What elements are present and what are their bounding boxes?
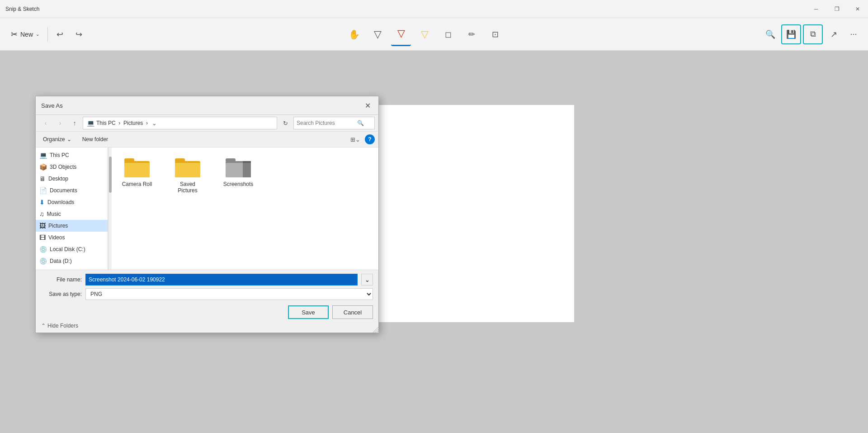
pencil-tool[interactable]: ✏ bbox=[462, 23, 481, 46]
active-pen-tool[interactable]: ▽ bbox=[391, 23, 411, 46]
sidebar-scroll-thumb bbox=[109, 157, 112, 193]
dialog-close-button[interactable]: ✕ bbox=[362, 100, 373, 111]
computer-icon: 💻 bbox=[87, 119, 94, 127]
redo-button[interactable]: ↪ bbox=[70, 25, 88, 43]
desktop-icon: 🖥 bbox=[39, 175, 46, 182]
sidebar-item-local-disk-c[interactable]: 💿 Local Disk (C:) bbox=[36, 243, 108, 255]
search-input[interactable] bbox=[297, 120, 355, 126]
dialog-navbar: ‹ › ↑ 💻 This PC › Pictures › ⌄ ↻ 🔍 bbox=[36, 115, 378, 132]
nav-forward-button[interactable]: › bbox=[54, 117, 66, 129]
breadcrumb-bar: 💻 This PC › Pictures › ⌄ bbox=[83, 117, 277, 129]
highlighter-tool[interactable]: ▽ bbox=[415, 23, 434, 46]
saved-pictures-label: Saved Pictures bbox=[170, 181, 206, 194]
filename-label: File name: bbox=[41, 276, 82, 283]
folder-item-camera-roll[interactable]: Camera Roll bbox=[119, 155, 155, 187]
data-d-icon: 💿 bbox=[39, 257, 47, 265]
sidebar-label-data-d: Data (D:) bbox=[50, 258, 72, 264]
restore-button[interactable]: ❐ bbox=[826, 0, 847, 18]
touch-writing-tool[interactable]: ✋ bbox=[344, 23, 364, 46]
hide-folders-chevron: ⌃ bbox=[41, 323, 46, 329]
toolbar-right: 🔍 💾 ⧉ ↗ ··· bbox=[761, 24, 863, 44]
svg-rect-2 bbox=[124, 163, 150, 177]
svg-rect-5 bbox=[175, 163, 200, 177]
help-button[interactable]: ? bbox=[365, 134, 375, 144]
filename-dropdown-button[interactable]: ⌄ bbox=[361, 274, 373, 285]
toolbar-left: ✂ New ⌄ ↩ ↪ bbox=[5, 25, 88, 43]
cancel-button[interactable]: Cancel bbox=[332, 305, 373, 319]
toolbar-center: ✋ ▽ ▽ ▽ ◻ ✏ ⊡ bbox=[90, 23, 760, 46]
pictures-icon: 🖼 bbox=[39, 222, 46, 229]
sidebar-label-videos: Videos bbox=[48, 234, 65, 241]
this-pc-icon: 💻 bbox=[39, 152, 47, 159]
sidebar-item-videos[interactable]: 🎞 Videos bbox=[36, 232, 108, 243]
nav-back-button[interactable]: ‹ bbox=[39, 117, 52, 129]
camera-roll-label: Camera Roll bbox=[122, 181, 152, 187]
savetype-select[interactable]: PNG JPEG GIF BMP TIFF bbox=[85, 288, 373, 300]
pencil-icon: ✏ bbox=[468, 29, 475, 39]
new-label: New bbox=[20, 31, 33, 38]
hide-folders-row[interactable]: ⌃ Hide Folders bbox=[41, 321, 373, 329]
sidebar-label-music: Music bbox=[47, 211, 61, 217]
dialog-buttons: Save Cancel bbox=[41, 304, 373, 321]
sidebar-item-music[interactable]: ♫ Music bbox=[36, 208, 108, 220]
sidebar-item-desktop[interactable]: 🖥 Desktop bbox=[36, 173, 108, 185]
sidebar-scrollbar[interactable] bbox=[108, 148, 112, 270]
breadcrumb-text: This PC › Pictures › bbox=[96, 120, 148, 126]
crop-icon: ⊡ bbox=[492, 29, 499, 39]
view-options-button[interactable]: ⊞⌄ bbox=[349, 133, 361, 145]
refresh-button[interactable]: ↻ bbox=[279, 117, 292, 129]
save-confirm-button[interactable]: Save bbox=[288, 305, 329, 319]
organize-chevron-icon: ⌄ bbox=[67, 136, 71, 143]
dialog-body: 💻 This PC 📦 3D Objects 🖥 Desktop 📄 Docum… bbox=[36, 148, 378, 270]
camera-roll-folder-icon bbox=[123, 155, 151, 178]
save-button[interactable]: 💾 bbox=[781, 24, 801, 44]
close-button[interactable]: ✕ bbox=[847, 0, 868, 18]
folder-item-screenshots[interactable]: Screenshots bbox=[220, 155, 256, 187]
copy-button[interactable]: ⧉ bbox=[803, 24, 823, 44]
sidebar-label-3d-objects: 3D Objects bbox=[50, 164, 76, 170]
sidebar-item-documents[interactable]: 📄 Documents bbox=[36, 185, 108, 196]
screenshots-label: Screenshots bbox=[223, 181, 254, 187]
sidebar-item-pictures[interactable]: 🖼 Pictures bbox=[36, 220, 108, 232]
nav-up-button[interactable]: ↑ bbox=[68, 117, 81, 129]
organize-button[interactable]: Organize ⌄ bbox=[39, 133, 75, 145]
sidebar-label-this-pc: This PC bbox=[50, 152, 69, 158]
new-snip-icon: ✂ bbox=[11, 29, 18, 39]
window-controls: ─ ❐ ✕ bbox=[806, 0, 868, 18]
new-chevron-icon: ⌄ bbox=[36, 32, 39, 37]
eraser-tool[interactable]: ◻ bbox=[438, 23, 458, 46]
breadcrumb-dropdown[interactable]: ⌄ bbox=[150, 117, 159, 129]
dialog-title: Save As bbox=[41, 102, 63, 109]
toolbar: ✂ New ⌄ ↩ ↪ ✋ ▽ ▽ ▽ ◻ ✏ ⊡ 🔍 💾 bbox=[0, 18, 868, 51]
highlighter-icon: ▽ bbox=[421, 29, 429, 40]
new-folder-button[interactable]: New folder bbox=[79, 133, 112, 145]
dialog-toolbar: Organize ⌄ New folder ⊞⌄ ? bbox=[36, 132, 378, 148]
hide-folders-label: Hide Folders bbox=[47, 323, 78, 329]
crop-tool[interactable]: ⊡ bbox=[485, 23, 505, 46]
screenshots-folder-icon bbox=[225, 155, 252, 178]
sidebar-item-this-pc[interactable]: 💻 This PC bbox=[36, 149, 108, 161]
search-box: 🔍 bbox=[293, 117, 375, 129]
undo-button[interactable]: ↩ bbox=[51, 25, 69, 43]
organize-label: Organize bbox=[43, 136, 65, 143]
minimize-button[interactable]: ─ bbox=[806, 0, 826, 18]
share-button[interactable]: ↗ bbox=[825, 25, 843, 43]
search-icon: 🔍 bbox=[357, 120, 364, 126]
save-dialog: Save As ✕ ‹ › ↑ 💻 This PC › Pictures › ⌄… bbox=[35, 96, 379, 333]
sidebar-item-data-d[interactable]: 💿 Data (D:) bbox=[36, 255, 108, 267]
new-button[interactable]: ✂ New ⌄ bbox=[5, 27, 45, 42]
filename-row: File name: ⌄ bbox=[41, 274, 373, 285]
app-title: Snip & Sketch bbox=[5, 6, 39, 12]
sidebar-item-downloads[interactable]: ⬇ Downloads bbox=[36, 196, 108, 208]
filename-input[interactable] bbox=[85, 274, 358, 285]
resize-handle[interactable] bbox=[373, 327, 378, 333]
pen2-icon: ▽ bbox=[397, 28, 405, 39]
ballpoint-pen-tool[interactable]: ▽ bbox=[368, 23, 387, 46]
zoom-button[interactable]: 🔍 bbox=[761, 25, 779, 43]
sidebar-label-downloads: Downloads bbox=[47, 199, 74, 205]
more-button[interactable]: ··· bbox=[844, 25, 863, 43]
sidebar-item-3d-objects[interactable]: 📦 3D Objects bbox=[36, 161, 108, 173]
folder-item-saved-pictures[interactable]: Saved Pictures bbox=[170, 155, 206, 194]
sidebar-label-local-disk-c: Local Disk (C:) bbox=[50, 246, 85, 252]
pen1-icon: ▽ bbox=[374, 29, 382, 40]
